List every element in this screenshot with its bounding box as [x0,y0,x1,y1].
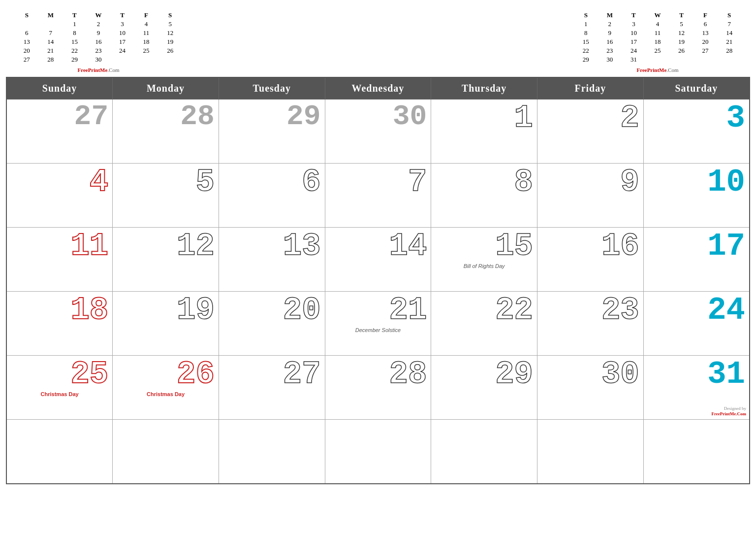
calendar-cell: 21December Solstice [325,292,431,356]
calendar-cell: 27 [219,356,325,420]
calendar-cell: 5 [113,164,219,228]
cell-number: 8 [435,167,533,198]
calendar-cell [643,420,750,484]
cell-number: 20 [223,295,321,326]
cell-number: 23 [541,295,639,326]
nov-table: S M T W T F S 12345678910111213141516171… [15,11,182,64]
cell-number: 25 [11,359,108,390]
calendar-cell: 26Christmas Day [113,356,219,420]
cell-number: 17 [648,231,745,262]
calendar-cell: 30 [325,100,431,164]
calendar-cell [219,420,325,484]
calendar-cell: 1 [431,100,537,164]
calendar-cell: 10 [643,164,750,228]
cell-number: 10 [648,167,745,198]
calendar-cell: 22 [431,292,537,356]
calendar-cell: 4 [6,164,113,228]
calendar-cell: 12 [113,228,219,292]
calendar-cell [537,420,644,484]
jan-mini-calendar: S M T W T F S 12345678910111213141516171… [574,9,741,73]
cell-number: 29 [435,359,533,390]
calendar-cell: 25Christmas Day [6,356,113,420]
cell-number: 4 [11,167,108,198]
calendar-cell: 6 [219,164,325,228]
jan-table: S M T W T F S 12345678910111213141516171… [574,11,741,64]
cell-number: 3 [648,102,745,134]
calendar-cell: 16 [537,228,644,292]
col-header-monday: Monday [113,77,219,100]
cell-number: 21 [329,295,427,326]
cell-number: 13 [223,231,321,262]
calendar-cell: 28 [325,356,431,420]
col-header-sunday: Sunday [6,77,113,100]
cell-number: 14 [329,231,427,262]
calendar-cell: 23 [537,292,644,356]
calendar-cell: 28 [113,100,219,164]
calendar-cell: 7 [325,164,431,228]
col-header-tuesday: Tuesday [219,77,325,100]
cell-number: 30 [329,102,427,131]
col-header-thursday: Thursday [431,77,537,100]
cell-number: 1 [435,102,533,134]
cell-number: 29 [223,102,321,131]
calendar-cell [113,420,219,484]
calendar-wrapper: SundayMondayTuesdayWednesdayThursdayFrid… [0,77,756,490]
cell-number: 19 [117,295,215,326]
calendar-cell: 27 [6,100,113,164]
cell-number: 26 [117,359,215,390]
main-title [182,9,574,12]
cell-number: 27 [223,359,321,390]
jan-footer: FreePrintMe.Com [574,67,741,73]
calendar-cell: 30 [537,356,644,420]
cell-number: 5 [117,167,215,198]
col-header-wednesday: Wednesday [325,77,431,100]
nov-footer: FreePrintMe.Com [15,67,182,73]
cell-number: 28 [117,102,215,131]
calendar-cell: 3 [643,100,750,164]
cell-number: 24 [648,295,745,326]
header: S M T W T F S 12345678910111213141516171… [0,0,756,77]
calendar-cell: 31Designed byFreePrintMe.Com [643,356,750,420]
calendar-cell: 20 [219,292,325,356]
cell-number: 16 [541,231,639,262]
cell-number: 30 [541,359,639,390]
calendar-cell: 8 [431,164,537,228]
calendar-grid: SundayMondayTuesdayWednesdayThursdayFrid… [6,77,750,484]
calendar-cell: 29 [431,356,537,420]
cell-number: 9 [541,167,639,198]
calendar-cell: 24 [643,292,750,356]
cell-number: 28 [329,359,427,390]
calendar-cell [325,420,431,484]
cell-number: 11 [11,231,108,262]
cell-number: 15 [435,231,533,262]
calendar-cell: 19 [113,292,219,356]
col-header-friday: Friday [537,77,644,100]
cell-number: 12 [117,231,215,262]
calendar-cell: 14 [325,228,431,292]
cell-number: 6 [223,167,321,198]
cell-footer: Designed byFreePrintMe.Com [711,406,746,417]
calendar-cell [6,420,113,484]
calendar-cell: 15Bill of Rights Day [431,228,537,292]
col-header-saturday: Saturday [643,77,750,100]
cell-number: 2 [541,102,639,134]
calendar-cell: 18 [6,292,113,356]
nov-mini-calendar: S M T W T F S 12345678910111213141516171… [15,9,182,73]
calendar-cell: 17 [643,228,750,292]
cell-number: 31 [648,359,745,390]
calendar-cell: 13 [219,228,325,292]
calendar-cell: 9 [537,164,644,228]
calendar-cell: 29 [219,100,325,164]
cell-number: 27 [11,102,108,131]
calendar-cell: 2 [537,100,644,164]
cell-number: 18 [11,295,108,326]
calendar-cell [431,420,537,484]
calendar-cell: 11 [6,228,113,292]
cell-number: 7 [329,167,427,198]
cell-number: 22 [435,295,533,326]
